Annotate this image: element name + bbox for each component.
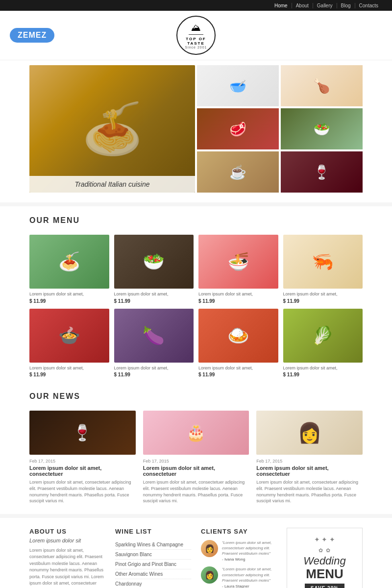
menu-item[interactable]: 🍆 Lorem ipsum dolor sit amet, $ 11.99 (114, 309, 194, 378)
menu-item-image: 🍆 (114, 309, 194, 363)
menu-item[interactable]: 🥗 Lorem ipsum dolor sit amet, $ 11.99 (114, 235, 194, 304)
nav-blog[interactable]: Blog (337, 3, 355, 8)
client-review: 👩 "Lorem ipsum dolor sit amet, consectet… (201, 540, 277, 562)
hero-thumb-row-2: 🥩 🥗 (197, 108, 363, 149)
hero-thumb-meat[interactable]: 🥩 (197, 108, 279, 149)
news-title: OUR NEWS (29, 392, 363, 403)
menu-grid: 🍝 Lorem ipsum dolor sit amet, $ 11.99 🥗 … (29, 235, 363, 377)
logo-subtitle: Since 2001 (185, 46, 207, 49)
menu-item-image: 🍜 (198, 235, 278, 289)
news-headline: Lorem ipsum dolor sit amet, consectetuer (143, 465, 249, 477)
menu-item-text: Lorem ipsum dolor sit amet, (114, 292, 194, 297)
menu-item-price: $ 11.99 (198, 372, 278, 377)
wine-item[interactable]: Pinot Grigio and Pinot Blanc (115, 560, 191, 569)
client-review-content: "Lorem ipsum dolor sit amet, consectetue… (222, 566, 277, 588)
promo-box[interactable]: ✦ ✦ ✦ ✿ ✿ WeddingMENU SAVE 20% ✦ ✦ ✦ (287, 528, 363, 588)
wine-item[interactable]: Sparkling Wines & Champagne (115, 540, 191, 550)
hero-thumb-salad[interactable]: 🥗 (281, 108, 363, 149)
menu-item-image: 🦐 (283, 235, 363, 289)
hero-food-image: 🍝 (29, 65, 195, 193)
menu-item[interactable]: 🍜 Lorem ipsum dolor sit amet, $ 11.99 (198, 235, 278, 304)
hero-thumb-wine[interactable]: 🍷 (281, 151, 363, 193)
hero-caption-text: Traditional Italian cuisine (74, 180, 149, 188)
nav-gallery[interactable]: Gallery (313, 3, 337, 8)
coffee-icon: ☕ (197, 151, 279, 193)
clients-section: CLIENTS SAY 👩 "Lorem ipsum dolor sit ame… (201, 528, 277, 588)
client-name: - Laura Stagner (222, 584, 277, 588)
logo-title: TOP OF TASTE (181, 37, 211, 46)
news-item[interactable]: 👩 Feb 17, 2015 Lorem ipsum dolor sit ame… (256, 411, 363, 504)
promo-title: WeddingMENU (303, 555, 345, 581)
menu-item-image: 🍛 (198, 309, 278, 363)
news-body: Lorem ipsum dolor sit amet, consectetuer… (256, 479, 363, 504)
client-review: 👩 "Lorem ipsum dolor sit amet, consectet… (201, 566, 277, 588)
menu-food-icon: 🍝 (58, 251, 80, 272)
menu-title: OUR MENU (29, 216, 363, 227)
menu-food-icon: 🍜 (227, 251, 249, 272)
hero-grid: 🍝 Traditional Italian cuisine 🥣 🍗 🥩 (29, 65, 363, 193)
menu-item[interactable]: 🦐 Lorem ipsum dolor sit amet, $ 11.99 (283, 235, 363, 304)
hero-thumb-plate[interactable]: 🍗 (281, 65, 363, 106)
meat-icon: 🥩 (197, 108, 279, 149)
wine-list-section: WINE LIST Sparkling Wines & Champagne Sa… (115, 528, 191, 588)
logo-divider (189, 34, 203, 35)
menu-item-price: $ 11.99 (29, 298, 109, 304)
wine-icon: 🍷 (281, 151, 363, 193)
menu-item-price: $ 11.99 (283, 298, 363, 304)
menu-item-text: Lorem ipsum dolor sit amet, (283, 366, 363, 371)
menu-food-icon: 🥬 (312, 325, 334, 346)
menu-food-icon: 🍆 (143, 325, 165, 346)
wine-item[interactable]: Other Aromatic Wines (115, 569, 191, 579)
cake-icon: 🎂 (186, 423, 206, 442)
menu-item-text: Lorem ipsum dolor sit amet, (29, 366, 109, 371)
hero-thumb-coffee[interactable]: ☕ (197, 151, 279, 193)
hero-section: 🍝 Traditional Italian cuisine 🥣 🍗 🥩 (0, 60, 392, 202)
news-date: Feb 17, 2015 (143, 459, 249, 464)
nav-about[interactable]: About (292, 3, 313, 8)
promo-section: ✦ ✦ ✦ ✿ ✿ WeddingMENU SAVE 20% ✦ ✦ ✦ (287, 528, 363, 588)
wine-item[interactable]: Sauvignon Blanc (115, 550, 191, 560)
menu-item[interactable]: 🍝 Lorem ipsum dolor sit amet, $ 11.99 (29, 235, 109, 304)
menu-food-icon: 🥗 (143, 251, 165, 272)
wine-item[interactable]: Chardonnay (115, 579, 191, 588)
menu-food-icon: 🍲 (58, 325, 80, 346)
top-navigation: Home About Gallery Blog Contacts (270, 3, 382, 8)
menu-item[interactable]: 🍲 Lorem ipsum dolor sit amet, $ 11.99 (29, 309, 109, 378)
logo-circle: ⛰ TOP OF TASTE Since 2001 (176, 16, 216, 55)
clients-title: CLIENTS SAY (201, 528, 277, 535)
plate-icon: 🍗 (281, 65, 363, 106)
hero-food-icon: 🍝 (82, 100, 143, 158)
menu-item-image: 🍝 (29, 235, 109, 289)
client-text: "Lorem ipsum dolor sit amet, consectetue… (222, 566, 277, 583)
menu-item-price: $ 11.99 (283, 372, 363, 377)
menu-item-text: Lorem ipsum dolor sit amet, (198, 366, 278, 371)
hero-caption: Traditional Italian cuisine (29, 176, 195, 193)
nav-home[interactable]: Home (270, 3, 292, 8)
news-grid: 🍷 Feb 17, 2015 Lorem ipsum dolor sit ame… (29, 411, 363, 504)
menu-item-price: $ 11.99 (198, 298, 278, 304)
hero-thumb-row-1: 🥣 🍗 (197, 65, 363, 106)
news-item[interactable]: 🍷 Feb 17, 2015 Lorem ipsum dolor sit ame… (29, 411, 136, 504)
hero-main-image[interactable]: 🍝 Traditional Italian cuisine (29, 65, 195, 193)
site-logo: ⛰ TOP OF TASTE Since 2001 (176, 16, 216, 55)
hero-thumb-bowl[interactable]: 🥣 (197, 65, 279, 106)
menu-item[interactable]: 🥬 Lorem ipsum dolor sit amet, $ 11.99 (283, 309, 363, 378)
news-image-woman: 👩 (256, 411, 363, 455)
news-body: Lorem ipsum dolor sit amet, consectetuer… (143, 479, 249, 504)
news-body: Lorem ipsum dolor sit amet, consectetuer… (29, 479, 136, 504)
news-date: Feb 17, 2015 (29, 459, 136, 464)
menu-item-image: 🍲 (29, 309, 109, 363)
about-text: Lorem ipsum dolor sit amet, consectetuer… (29, 547, 105, 588)
client-avatar: 👩 (201, 540, 218, 557)
news-headline: Lorem ipsum dolor sit amet, consectetuer (29, 465, 136, 477)
bowl-icon: 🥣 (197, 65, 279, 106)
news-section: OUR NEWS 🍷 Feb 17, 2015 Lorem ipsum dolo… (0, 387, 392, 514)
zemez-logo[interactable]: ZEMEZ (10, 28, 54, 43)
news-item[interactable]: 🎂 Feb 17, 2015 Lorem ipsum dolor sit ame… (143, 411, 249, 504)
about-subtitle: Lorem ipsum dolor sit (29, 538, 105, 543)
menu-item[interactable]: 🍛 Lorem ipsum dolor sit amet, $ 11.99 (198, 309, 278, 378)
client-avatar: 👩 (201, 566, 218, 584)
nav-contacts[interactable]: Contacts (355, 3, 382, 8)
menu-food-icon: 🦐 (312, 251, 334, 272)
menu-item-text: Lorem ipsum dolor sit amet, (29, 292, 109, 297)
